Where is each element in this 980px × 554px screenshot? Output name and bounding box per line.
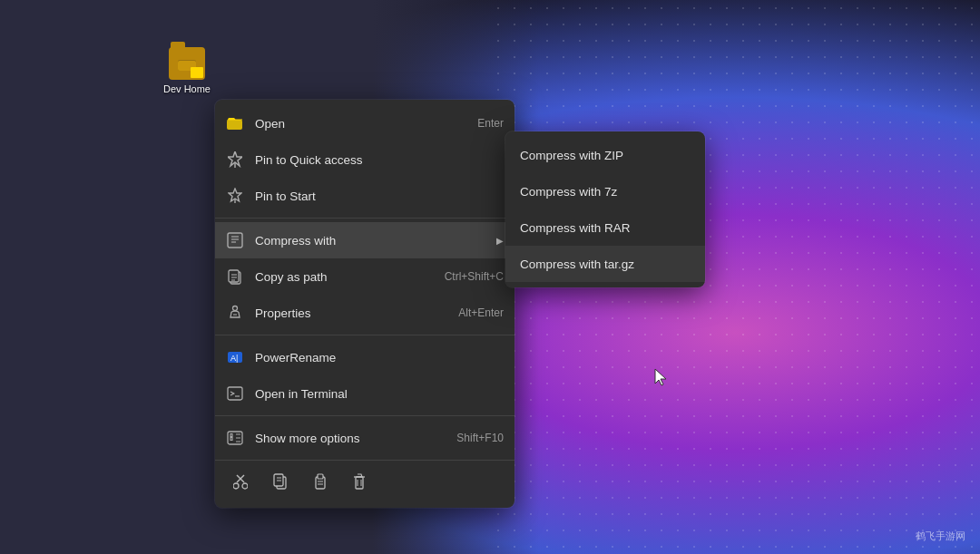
menu-icon-open — [226, 114, 244, 132]
menu-divider-1 — [215, 218, 514, 219]
submenu-label-7z: Compress with 7z — [520, 185, 617, 199]
menu-shortcut-properties: Alt+Enter — [458, 306, 504, 319]
delete-icon[interactable] — [349, 470, 369, 497]
submenu-label-rar: Compress with RAR — [520, 221, 631, 235]
menu-item-properties[interactable]: Properties Alt+Enter — [215, 295, 514, 331]
icon-label: Dev Home — [163, 83, 211, 94]
menu-label-compress: Compress with — [255, 234, 489, 248]
menu-shortcut-copy-path: Ctrl+Shift+C — [445, 270, 504, 283]
svg-rect-18 — [228, 387, 242, 400]
paste-icon[interactable] — [309, 470, 331, 497]
menu-arrow-compress: ▶ — [496, 236, 504, 246]
menu-icon-power-rename: A| — [226, 348, 244, 366]
menu-icon-properties — [226, 304, 244, 322]
folder-icon — [169, 47, 205, 80]
svg-point-24 — [242, 483, 248, 489]
desktop-icon-devhome[interactable]: Dev Home — [154, 47, 220, 94]
menu-icon-copy-path — [226, 267, 244, 286]
menu-item-more-options[interactable]: Show more options Shift+F10 — [215, 420, 514, 456]
menu-divider-2 — [215, 335, 514, 335]
icon-badge — [191, 67, 203, 78]
menu-item-open[interactable]: Open Enter — [215, 105, 514, 141]
submenu-label-targz: Compress with tar.gz — [520, 258, 634, 271]
menu-bottom-icons-row — [215, 464, 514, 502]
svg-rect-5 — [228, 233, 242, 248]
copy-icon[interactable] — [270, 470, 291, 497]
menu-shortcut-open: Enter — [477, 117, 504, 130]
context-menu: Open Enter Pin to Quick access Pin to St… — [215, 100, 514, 508]
svg-rect-33 — [356, 477, 363, 489]
cut-icon[interactable] — [230, 470, 251, 497]
menu-label-pin-quick: Pin to Quick access — [255, 153, 504, 167]
submenu-item-7z[interactable]: Compress with 7z — [505, 173, 705, 209]
svg-point-14 — [233, 306, 238, 311]
submenu-compress: Compress with ZIP Compress with 7z Compr… — [505, 131, 705, 287]
menu-divider-3 — [215, 415, 514, 416]
menu-label-power-rename: PowerRename — [255, 351, 504, 364]
menu-item-pin-start[interactable]: Pin to Start — [215, 178, 514, 214]
menu-item-copy-path[interactable]: Copy as path Ctrl+Shift+C — [215, 258, 514, 295]
menu-label-more-options: Show more options — [255, 432, 449, 445]
menu-icon-terminal — [226, 384, 244, 403]
svg-rect-2 — [227, 120, 242, 130]
submenu-item-targz[interactable]: Compress with tar.gz — [505, 246, 705, 282]
menu-icon-pin-start — [226, 187, 244, 205]
svg-text:A|: A| — [230, 354, 238, 363]
svg-rect-30 — [318, 474, 323, 479]
submenu-item-rar[interactable]: Compress with RAR — [505, 209, 705, 246]
menu-shortcut-more-options: Shift+F10 — [456, 432, 504, 444]
menu-icon-pin-quick — [226, 151, 244, 169]
menu-label-properties: Properties — [255, 306, 451, 320]
submenu-label-zip: Compress with ZIP — [520, 149, 623, 162]
menu-item-power-rename[interactable]: A| PowerRename — [215, 339, 514, 375]
menu-item-terminal[interactable]: Open in Terminal — [215, 375, 514, 412]
menu-divider-4 — [215, 460, 514, 461]
menu-label-open: Open — [255, 117, 470, 131]
submenu-item-zip[interactable]: Compress with ZIP — [505, 137, 705, 173]
menu-icon-compress — [226, 231, 244, 249]
menu-label-pin-start: Pin to Start — [255, 190, 504, 203]
menu-item-pin-quick[interactable]: Pin to Quick access — [215, 141, 514, 178]
menu-item-compress[interactable]: Compress with ▶ — [215, 222, 514, 258]
watermark: 鹤飞手游网 — [916, 530, 965, 543]
menu-label-copy-path: Copy as path — [255, 270, 437, 284]
menu-icon-more-options — [226, 429, 244, 447]
menu-label-terminal: Open in Terminal — [255, 387, 504, 401]
svg-point-23 — [233, 483, 239, 489]
